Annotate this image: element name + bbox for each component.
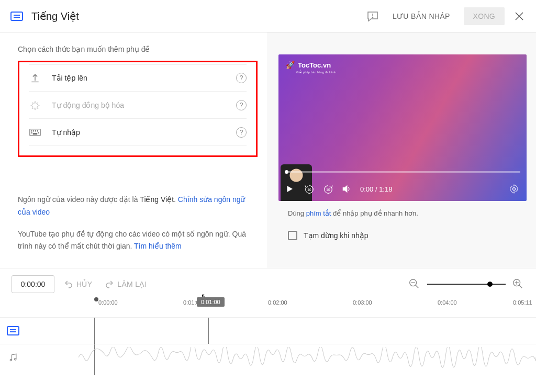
timeline-toolbar: HỦY LÀM LẠI — [0, 268, 536, 299]
svg-point-1 — [372, 17, 373, 17]
forward-10-icon[interactable]: 10 — [322, 183, 334, 195]
ruler-start-marker — [94, 297, 98, 301]
watermark-subtitle: Giải pháp bán hàng đa kênh — [296, 70, 336, 74]
header-left: Tiếng Việt — [10, 10, 79, 23]
scrub-line — [208, 318, 209, 344]
ruler-tick: 0:04:00 — [438, 299, 457, 306]
rocket-icon: 🚀 — [286, 61, 295, 69]
info-text-1c: . — [174, 195, 178, 204]
close-icon[interactable] — [513, 10, 526, 23]
upload-icon — [29, 72, 41, 84]
video-watermark: 🚀TocToc.vn — [286, 61, 331, 69]
svg-text:10: 10 — [326, 188, 330, 192]
header: Tiếng Việt LƯU BẢN NHÁP XONG — [0, 0, 536, 32]
play-icon[interactable] — [285, 183, 296, 195]
svg-line-18 — [416, 285, 419, 288]
subtitle-track-icon — [0, 326, 26, 335]
audio-track[interactable] — [0, 344, 536, 370]
ruler-tick: 0:02:00 — [268, 299, 287, 306]
method-upload[interactable]: Tải tệp lên ? — [29, 64, 247, 92]
help-icon[interactable]: ? — [236, 127, 247, 138]
main: Chọn cách thức bạn muốn thêm phụ đề Tải … — [0, 32, 536, 268]
video-preview[interactable]: 🚀TocToc.vn Giải pháp bán hàng đa kênh 10… — [278, 54, 527, 201]
zoom-out-icon[interactable] — [408, 278, 421, 290]
undo-label: HỦY — [76, 280, 92, 288]
zoom-slider[interactable] — [427, 284, 506, 285]
language-info: Ngôn ngữ của video này được đặt là Tiếng… — [18, 194, 258, 219]
info-text-2a: YouTube tạo phụ đề tự động cho các video… — [18, 230, 246, 251]
pause-checkbox-label: Tạm dừng khi nhập — [304, 231, 368, 240]
pause-checkbox-row[interactable]: Tạm dừng khi nhập — [288, 231, 536, 240]
svg-point-7 — [31, 130, 32, 131]
svg-point-12 — [38, 132, 39, 133]
time-input[interactable] — [12, 275, 54, 293]
header-right: LƯU BẢN NHÁP XONG — [366, 7, 526, 25]
svg-point-25 — [15, 358, 16, 360]
info-text-lang: Tiếng Việt — [140, 195, 174, 204]
timeline-ruler[interactable]: 0:00:00 0:01:00 0:02:00 0:03:00 0:04:00 … — [79, 299, 524, 317]
ruler-tick: 0:00:00 — [98, 299, 118, 306]
ruler-tick: 0:05:11 — [513, 299, 532, 306]
subtitle-track-body[interactable] — [79, 318, 536, 344]
left-pane: Chọn cách thức bạn muốn thêm phụ đề Tải … — [0, 32, 267, 268]
method-manual-label: Tự nhập — [52, 128, 226, 137]
method-box: Tải tệp lên ? Tự động đồng bộ hóa ? Tự n… — [18, 61, 258, 157]
waveform — [79, 344, 536, 370]
video-progress[interactable] — [285, 171, 520, 173]
autosync-icon — [29, 99, 41, 111]
ruler-tooltip: 0:01:00 — [197, 297, 225, 307]
keyboard-hint: Dùng phím tắt để nhập phụ đề nhanh hơn. — [288, 209, 536, 217]
keyboard-icon — [29, 126, 41, 139]
svg-rect-13 — [33, 133, 37, 134]
hint-text-b: để nhập phụ đề nhanh hơn. — [331, 209, 418, 217]
volume-icon[interactable] — [341, 183, 353, 195]
page-title: Tiếng Việt — [31, 10, 79, 23]
zoom-controls — [408, 278, 524, 290]
svg-point-11 — [31, 132, 32, 133]
help-icon[interactable]: ? — [236, 73, 247, 83]
svg-line-21 — [519, 285, 522, 288]
redo-button[interactable]: LÀM LẠI — [102, 279, 150, 289]
video-time: 0:00 / 1:18 — [360, 185, 392, 193]
learn-more-link[interactable]: Tìm hiểu thêm — [134, 242, 182, 250]
method-autosync-label: Tự động đồng bộ hóa — [52, 101, 226, 109]
prompt-text: Chọn cách thức bạn muốn thêm phụ đề — [18, 45, 258, 53]
rewind-10-icon[interactable]: 10 — [304, 183, 315, 195]
undo-button[interactable]: HỦY — [61, 279, 95, 289]
method-manual[interactable]: Tự nhập ? — [29, 119, 247, 146]
hint-text-a: Dùng — [288, 209, 306, 217]
svg-point-10 — [37, 130, 38, 131]
track-area — [0, 317, 536, 370]
method-autosync: Tự động đồng bộ hóa ? — [29, 92, 247, 119]
zoom-in-icon[interactable] — [512, 278, 524, 290]
checkbox-icon[interactable] — [288, 231, 297, 240]
svg-point-9 — [35, 130, 36, 131]
audio-track-icon — [0, 352, 26, 363]
right-pane: 🚀TocToc.vn Giải pháp bán hàng đa kênh 10… — [267, 32, 536, 268]
ruler-tick: 0:03:00 — [353, 299, 372, 306]
svg-text:10: 10 — [307, 188, 311, 192]
watermark-text: TocToc.vn — [298, 61, 331, 69]
done-button[interactable]: XONG — [464, 7, 505, 25]
info-text-1a: Ngôn ngữ của video này được đặt là — [18, 195, 140, 204]
svg-point-24 — [10, 359, 12, 361]
help-icon[interactable]: ? — [236, 100, 247, 110]
auto-caption-info: YouTube tạo phụ đề tự động cho các video… — [18, 228, 258, 253]
video-controls: 10 10 0:00 / 1:18 — [285, 183, 520, 195]
subtitle-icon — [10, 12, 23, 21]
save-draft-button[interactable]: LƯU BẢN NHÁP — [387, 8, 455, 25]
shortcut-link[interactable]: phím tắt — [306, 209, 331, 217]
svg-point-16 — [513, 188, 516, 191]
feedback-icon[interactable] — [366, 10, 379, 23]
redo-label: LÀM LẠI — [117, 280, 147, 288]
svg-point-8 — [34, 130, 34, 131]
method-upload-label: Tải tệp lên — [52, 74, 226, 82]
audio-track-body[interactable] — [79, 344, 536, 370]
settings-icon[interactable] — [509, 183, 520, 195]
subtitle-track[interactable] — [0, 318, 536, 344]
